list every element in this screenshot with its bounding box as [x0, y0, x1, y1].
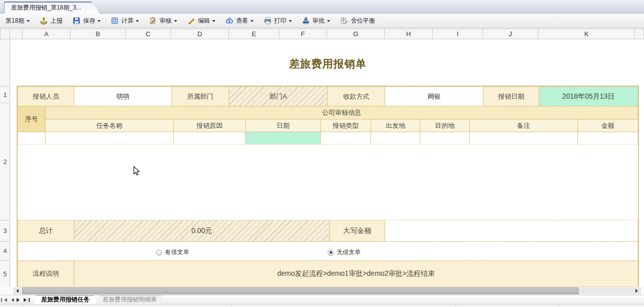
dropdown-caret — [98, 20, 101, 24]
flow-label: 流程说明 — [18, 261, 74, 287]
balance-icon — [340, 17, 348, 25]
radio-label-no-loan: 无借支单 — [337, 248, 361, 257]
row-header-4[interactable]: 4 — [0, 241, 10, 260]
field-value-applicant[interactable]: 萌萌 — [74, 87, 172, 106]
row-header-5[interactable]: 5 — [0, 260, 10, 287]
horizontal-scrollbar — [0, 287, 644, 295]
column-header-partial[interactable] — [635, 29, 644, 39]
last-sheet-button[interactable] — [23, 296, 30, 304]
column-header-margin[interactable] — [10, 29, 23, 39]
upload-icon — [40, 17, 48, 25]
field-label-date: 报销日期 — [484, 87, 539, 106]
detail-cell-remark[interactable] — [469, 132, 578, 144]
scroll-right-button[interactable] — [633, 287, 641, 294]
last-sheet-icon — [29, 298, 30, 302]
submit-button[interactable]: 上报 — [38, 16, 64, 26]
detail-cell-amount[interactable] — [578, 132, 638, 144]
print-icon — [264, 17, 272, 25]
first-sheet-button[interactable] — [0, 296, 8, 304]
edit-button[interactable]: 编辑 — [186, 16, 217, 26]
radio-option-no-loan[interactable]: 无借支单 — [328, 248, 361, 257]
radio-checked-icon[interactable] — [328, 250, 334, 256]
row-header-1[interactable]: 1 — [0, 86, 10, 103]
detail-header-destination: 目的地 — [420, 119, 469, 132]
sheet-tab-detail-label: 差旅费用报销明细表 — [103, 295, 157, 304]
row-header-strip: 1 2 3 4 5 — [0, 39, 10, 287]
toolbar: 第18期 上报 保存 计算 审核 编辑 查看 — [0, 14, 644, 28]
field-label-applicant: 报销人员 — [18, 87, 74, 106]
column-header-f[interactable]: F — [279, 29, 327, 39]
rounding-balance-button[interactable]: 舍位平衡 — [339, 16, 376, 26]
column-header-e[interactable]: E — [229, 29, 279, 39]
detail-cell-destination[interactable] — [420, 132, 469, 144]
view-button[interactable]: 查看 — [224, 16, 255, 26]
scrollbar-thumb[interactable] — [22, 287, 579, 294]
detail-cell-origin[interactable] — [371, 132, 420, 144]
status-separator — [455, 305, 456, 307]
column-header-c[interactable]: C — [126, 29, 171, 39]
scroll-left-button[interactable] — [13, 287, 21, 294]
last-sheet-icon — [24, 298, 29, 302]
sheet-tab-task-label: 差旅费用报销任务 — [41, 295, 90, 304]
period-button[interactable]: 第18期 — [4, 16, 31, 26]
row-header-2[interactable]: 2 — [0, 103, 10, 220]
detail-cell-reason[interactable] — [174, 132, 246, 144]
caps-amount-value[interactable] — [385, 220, 638, 242]
row-header-3[interactable]: 3 — [0, 220, 10, 241]
detail-cell-type[interactable] — [320, 132, 371, 144]
document-tab[interactable]: 差旅费用报销_第18期_3... — [4, 2, 100, 14]
prev-sheet-button[interactable] — [8, 296, 15, 304]
mouse-cursor — [133, 166, 140, 178]
detail-cell-task-name[interactable] — [45, 132, 174, 144]
dropdown-caret — [136, 20, 139, 24]
next-sheet-button[interactable] — [15, 296, 23, 304]
corner-select-all[interactable] — [0, 29, 10, 39]
column-header-k[interactable]: K — [538, 29, 635, 39]
total-amount[interactable]: 0.00元 — [74, 220, 330, 242]
detail-header-task-name: 任务名称 — [45, 119, 174, 132]
column-header-j[interactable]: J — [483, 29, 538, 39]
column-header-h[interactable]: H — [385, 29, 433, 39]
print-label: 打印 — [274, 17, 286, 25]
edit-label: 编辑 — [198, 17, 210, 25]
column-header-a[interactable]: A — [23, 29, 70, 39]
column-header-b[interactable]: B — [70, 29, 126, 39]
total-label: 总计 — [18, 220, 74, 242]
field-label-payment-method: 收款方式 — [328, 87, 385, 106]
stamp-icon — [302, 17, 310, 25]
approve-button[interactable]: 审批 — [300, 16, 332, 26]
column-header-i[interactable]: I — [433, 29, 483, 39]
next-sheet-icon — [17, 298, 22, 302]
save-label: 保存 — [83, 17, 95, 25]
detail-header-date: 日期 — [246, 119, 320, 132]
detail-group-header: 公司审核信息 — [45, 106, 638, 119]
calculator-icon — [111, 17, 119, 25]
detail-cell-date-selected[interactable] — [246, 132, 320, 144]
radio-option-has-loan[interactable]: 有借支单 — [156, 248, 189, 257]
scroll-left-icon — [14, 289, 19, 293]
dropdown-caret — [27, 20, 30, 24]
save-icon — [72, 17, 80, 25]
sheet-tab-detail[interactable]: 差旅费用报销明细表 — [95, 295, 165, 304]
dropdown-caret — [289, 20, 292, 24]
radio-unchecked-icon[interactable] — [156, 250, 162, 256]
edit-icon — [187, 17, 195, 25]
field-value-department[interactable]: 部门A — [229, 87, 328, 106]
field-value-payment-method[interactable]: 网银 — [385, 87, 484, 106]
detail-cell-seq[interactable] — [18, 132, 45, 144]
print-button[interactable]: 打印 — [262, 16, 293, 26]
column-header-g[interactable]: G — [327, 29, 385, 39]
field-value-date[interactable]: 2018年05月13日 — [539, 87, 638, 106]
status-separator — [231, 305, 232, 307]
page-title: 差旅费用报销单 — [18, 56, 638, 71]
calculate-button[interactable]: 计算 — [109, 16, 140, 26]
save-button[interactable]: 保存 — [71, 16, 102, 26]
dropdown-caret — [212, 20, 215, 24]
scroll-right-icon — [635, 289, 640, 293]
first-sheet-icon — [2, 298, 7, 302]
sheet-tab-task[interactable]: 差旅费用报销任务 — [33, 295, 98, 304]
detail-header-origin: 出发地 — [371, 119, 420, 132]
column-header-d[interactable]: D — [171, 29, 229, 39]
audit-button[interactable]: 审核 — [147, 16, 179, 26]
document-tab-label: 差旅费用报销_第18期_3... — [11, 4, 81, 12]
